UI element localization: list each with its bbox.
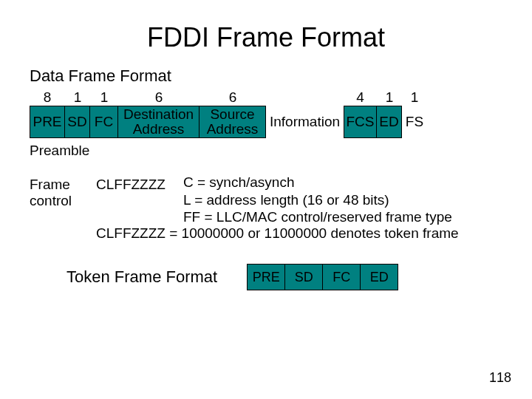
frame-cells-row: PRE SD FC Destination Address Source Add… bbox=[30, 106, 502, 138]
slide: FDDI Frame Format Data Frame Format 8 1 … bbox=[0, 0, 532, 399]
frame-width: 1 bbox=[402, 90, 427, 106]
frame-control-label: Frame control bbox=[30, 174, 96, 209]
page-number: 118 bbox=[489, 370, 511, 386]
frame-cell-sd: SD bbox=[65, 106, 90, 138]
frame-cell-sa: Source Address bbox=[200, 106, 266, 138]
preamble-label: Preamble bbox=[30, 143, 502, 159]
slide-title: FDDI Frame Format bbox=[30, 22, 502, 53]
token-cell-pre: PRE bbox=[247, 264, 285, 290]
frame-control-def: L = address length (16 or 48 bits) bbox=[183, 191, 452, 209]
token-cell-ed: ED bbox=[361, 264, 398, 290]
frame-width: 1 bbox=[90, 90, 118, 106]
frame-control-label-line: Frame bbox=[30, 177, 96, 193]
frame-width: 6 bbox=[118, 90, 200, 106]
frame-control-block: Frame control CLFFZZZZ C = synch/asynch … bbox=[30, 174, 502, 226]
frame-cell-ed: ED bbox=[377, 106, 402, 138]
frame-width: 1 bbox=[65, 90, 90, 106]
frame-cell-info: Information bbox=[266, 106, 344, 138]
frame-cell-da: Destination Address bbox=[118, 106, 200, 138]
token-row: Token Frame Format PRE SD FC ED bbox=[30, 264, 502, 290]
frame-control-def: FF = LLC/MAC control/reserved frame type bbox=[183, 208, 452, 226]
token-frame-label: Token Frame Format bbox=[66, 267, 217, 287]
frame-cell-pre: PRE bbox=[30, 106, 65, 138]
frame-width: 6 bbox=[200, 90, 266, 106]
frame-width: 4 bbox=[344, 90, 377, 106]
frame-cell-fc: FC bbox=[90, 106, 118, 138]
token-cells: PRE SD FC ED bbox=[247, 264, 398, 290]
frame-control-code: CLFFZZZZ bbox=[96, 174, 183, 193]
frame-control-long: CLFFZZZZ = 10000000 or 11000000 denotes … bbox=[96, 225, 502, 242]
token-cell-sd: SD bbox=[285, 264, 323, 290]
frame-width bbox=[266, 90, 344, 106]
data-frame-label: Data Frame Format bbox=[30, 66, 502, 86]
frame-control-defs: C = synch/asynch L = address length (16 … bbox=[183, 174, 452, 226]
frame-control-label-line: control bbox=[30, 193, 96, 209]
frame-width: 8 bbox=[30, 90, 65, 106]
frame-cell-fs: FS bbox=[402, 106, 427, 138]
frame-control-def: C = synch/asynch bbox=[183, 174, 452, 191]
token-cell-fc: FC bbox=[323, 264, 361, 290]
frame-width: 1 bbox=[377, 90, 402, 106]
frame-width-row: 8 1 1 6 6 4 1 1 bbox=[30, 90, 502, 106]
frame-cell-fcs: FCS bbox=[344, 106, 377, 138]
